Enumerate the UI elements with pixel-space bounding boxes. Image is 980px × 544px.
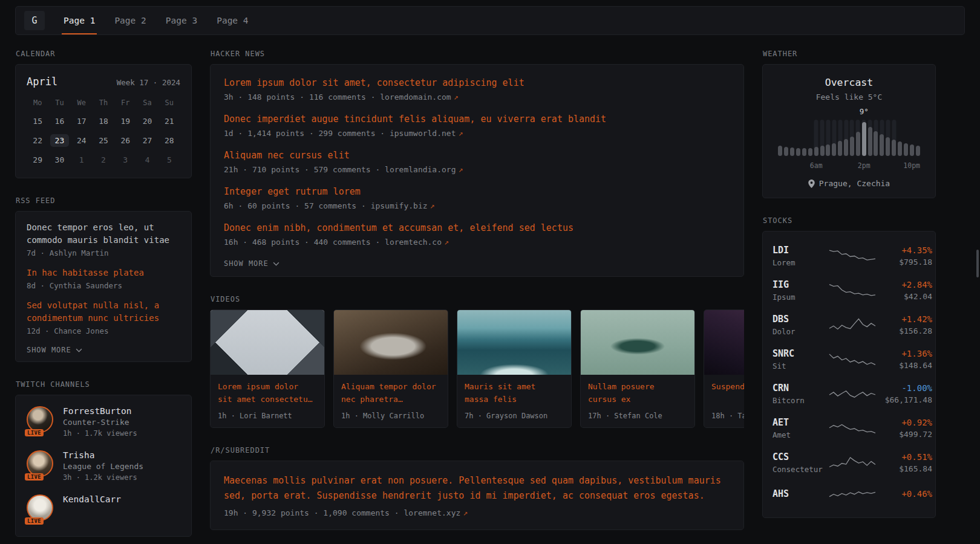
section-title-videos: VIDEOS [211, 295, 744, 303]
hn-story-link[interactable]: Lorem ipsum dolor sit amet, consectetur … [224, 77, 730, 89]
calendar-day: 29 [27, 151, 48, 169]
hn-story-meta: 16h · 468 points · 440 comments · loremt… [224, 238, 730, 247]
stock-row[interactable]: CRNBitcorn -1.00%$66,171.48 [773, 377, 926, 411]
calendar-day: 27 [136, 131, 158, 150]
external-link-icon: ↗ [459, 165, 463, 174]
chevron-down-icon [76, 348, 82, 352]
stock-sparkline [828, 454, 877, 472]
rss-item-link[interactable]: Donec tempor eros leo, ut commodo mauris… [27, 221, 180, 247]
video-card[interactable]: Lorem ipsum dolor sit amet consectetu… 1… [210, 309, 325, 428]
tab-page-3[interactable]: Page 3 [164, 7, 199, 34]
stock-symbol: DBS [773, 314, 828, 325]
hn-show-more-button[interactable]: SHOW MORE [224, 259, 279, 268]
stock-row[interactable]: SNRCSit +1.36%$148.64 [773, 342, 926, 377]
weather-hour-bar [789, 120, 795, 156]
live-badge: LIVE [25, 473, 44, 481]
channel-name: ForrestBurton [63, 406, 137, 416]
weather-chart: 9° [777, 120, 921, 156]
chevron-down-icon [273, 262, 279, 266]
rss-item-link[interactable]: In hac habitasse platea [27, 267, 180, 279]
calendar-day: 19 [114, 112, 136, 131]
page-tabs: Page 1 Page 2 Page 3 Page 4 [62, 7, 250, 34]
weather-condition: Overcast [773, 77, 926, 88]
stock-change: -1.00% [877, 383, 932, 393]
stock-row[interactable]: CCSConsectetur +0.51%$165.84 [773, 445, 926, 480]
tab-page-1[interactable]: Page 1 [62, 7, 97, 34]
rss-item-meta: 7d · Ashlyn Martin [27, 248, 180, 257]
channel-game: Counter-Strike [63, 418, 137, 427]
calendar-day: 25 [93, 131, 114, 150]
rss-item-link[interactable]: Sed volutpat nulla nisl, a condimentum n… [27, 299, 180, 325]
stock-name: Sit [773, 361, 828, 371]
stock-price: $165.84 [877, 464, 932, 473]
stock-symbol: AHS [773, 488, 828, 499]
weather-location: Prague, Czechia [773, 179, 926, 188]
hn-story-link[interactable]: Donec imperdiet augue tincidunt felis al… [224, 113, 730, 126]
video-card[interactable]: Aliquam tempor dolor nec pharetra… 1h · … [333, 309, 448, 428]
rss-panel: Donec tempor eros leo, ut commodo mauris… [15, 211, 192, 362]
video-card[interactable]: Suspendisse diam 18h · Tara [704, 309, 744, 428]
calendar-day-names: Mo Tu We Th Fr Sa Su [27, 99, 180, 107]
calendar-day-next-month: 4 [136, 151, 158, 169]
reddit-post-link[interactable]: Maecenas mollis pulvinar erat non posuer… [224, 473, 730, 504]
twitch-widget: TWITCH CHANNELS LIVE ForrestBurton Count… [15, 380, 192, 537]
hn-story-link[interactable]: Integer eget rutrum lorem [224, 186, 730, 198]
calendar-day: 21 [158, 112, 180, 131]
app-logo[interactable]: G [24, 11, 45, 30]
stock-change: +2.84% [877, 280, 932, 290]
video-meta: 1h · Lori Barnett [218, 412, 317, 420]
stock-row[interactable]: DBSDolor +1.42%$156.28 [773, 308, 926, 342]
video-thumbnail [704, 310, 744, 375]
weather-panel: Overcast Feels like 5°C 9° 6am 2pm 10pm … [762, 64, 936, 198]
calendar-day-next-month: 3 [114, 151, 136, 169]
video-card[interactable]: Nullam posuere cursus ex 17h · Stefan Co… [580, 309, 695, 428]
video-title: Nullam posuere cursus ex [588, 381, 687, 406]
stock-change: +1.42% [877, 314, 932, 324]
weather-hour-bar [783, 120, 789, 156]
stock-row[interactable]: AHS +0.46% [773, 480, 926, 510]
stock-symbol: IIG [773, 279, 828, 290]
hn-story-link[interactable]: Donec enim nibh, condimentum et accumsan… [224, 222, 730, 235]
hn-story-link[interactable]: Aliquam nec cursus elit [224, 149, 730, 162]
rss-show-more-button[interactable]: SHOW MORE [27, 346, 82, 354]
video-meta: 7h · Grayson Dawson [465, 412, 564, 420]
twitch-channel[interactable]: LIVE KendallCarr [27, 494, 180, 522]
stock-change: +0.51% [877, 452, 932, 462]
weather-time-label: 2pm [858, 161, 871, 170]
section-title-weather: WEATHER [763, 50, 936, 58]
avatar: LIVE [27, 450, 54, 478]
weather-hour-bar [891, 120, 897, 156]
stocks-panel: LDILorem +4.35%$795.18 IIGIpsum +2.84%$4… [762, 231, 936, 518]
weather-hour-bar [825, 120, 831, 156]
page-content: CALENDAR April Week 17 · 2024 Mo Tu We T… [0, 35, 980, 544]
video-card[interactable]: Mauris sit amet massa felis 7h · Grayson… [457, 309, 572, 428]
weather-hour-bar [802, 120, 808, 156]
twitch-channel[interactable]: LIVE ForrestBurton Counter-Strike 1h · 1… [27, 406, 180, 438]
hn-story: Integer eget rutrum lorem 6h · 60 points… [224, 186, 730, 210]
stock-row[interactable]: AETAmet +0.92%$499.72 [773, 411, 926, 445]
weather-hour-bar [867, 120, 873, 156]
video-thumbnail [334, 310, 448, 375]
stock-row[interactable]: IIGIpsum +2.84%$42.04 [773, 273, 926, 308]
calendar-widget: CALENDAR April Week 17 · 2024 Mo Tu We T… [15, 50, 192, 178]
stocks-widget: STOCKS LDILorem +4.35%$795.18 IIGIpsum +… [762, 216, 936, 518]
weather-hour-bar [915, 120, 921, 156]
twitch-channel[interactable]: LIVE Trisha League of Legends 3h · 1.2k … [27, 450, 180, 482]
scrollbar-thumb[interactable] [976, 250, 979, 277]
weather-hour-bar [897, 120, 903, 156]
avatar: LIVE [27, 494, 54, 522]
hn-story: Donec imperdiet augue tincidunt felis al… [224, 113, 730, 138]
hn-story-meta: 21h · 710 points · 579 comments · loreml… [224, 165, 730, 174]
calendar-day: 16 [48, 112, 70, 131]
stock-row[interactable]: LDILorem +4.35%$795.18 [773, 239, 926, 273]
tab-page-2[interactable]: Page 2 [113, 7, 148, 34]
tab-page-4[interactable]: Page 4 [215, 7, 250, 34]
weather-feels-like: Feels like 5°C [773, 92, 926, 102]
calendar-day: 22 [27, 131, 48, 150]
weather-time-label: 10pm [903, 161, 920, 170]
section-title-rss: RSS FEED [16, 196, 192, 205]
location-pin-icon [808, 180, 815, 188]
day-name: Th [93, 99, 114, 107]
left-column: CALENDAR April Week 17 · 2024 Mo Tu We T… [15, 50, 192, 544]
calendar-month: April [27, 76, 57, 88]
